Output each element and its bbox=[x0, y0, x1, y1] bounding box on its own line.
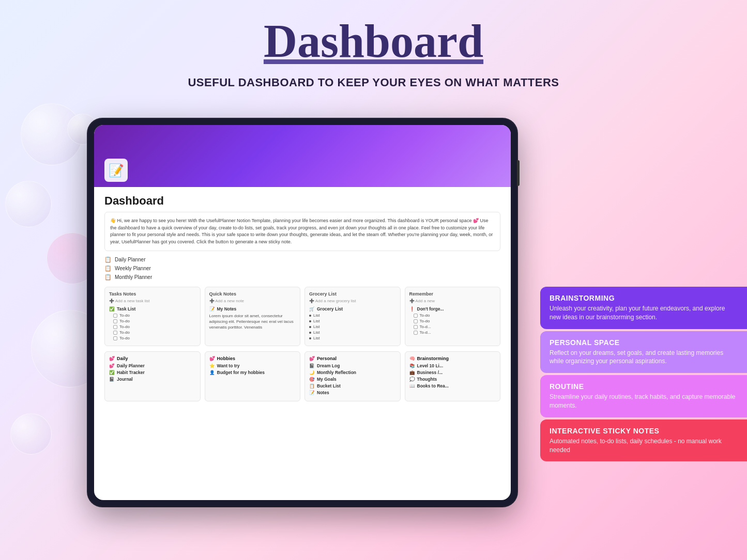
todo-item-5[interactable]: To-do bbox=[113, 336, 196, 340]
daily-planner-item[interactable]: 💕Daily Planner bbox=[109, 363, 196, 368]
notes-item[interactable]: 📝Notes bbox=[309, 390, 396, 395]
grid-row-1: Tasks Notes ➕ Add a new task list ✅ Task… bbox=[104, 287, 500, 346]
quick-notes-header: Quick Notes bbox=[209, 291, 296, 297]
journal-item[interactable]: 📓Journal bbox=[109, 377, 196, 382]
grocery-icon: 🛒 bbox=[309, 306, 315, 312]
tasks-notes-label: Tasks Notes bbox=[109, 291, 136, 297]
todo-item-2[interactable]: To-do bbox=[113, 319, 196, 323]
grocery-add-new[interactable]: ➕ Add a new grocery list bbox=[309, 299, 396, 303]
habit-tracker-item[interactable]: ✅Habit Tracker bbox=[109, 370, 196, 375]
my-notes-icon: 📝 bbox=[209, 306, 215, 312]
planner-link-daily[interactable]: 📋 Daily Planner bbox=[104, 256, 500, 263]
dont-forget-item[interactable]: ❗ Don't forge... bbox=[409, 306, 496, 312]
grocery-label: Grocery List bbox=[317, 306, 343, 312]
brainstorming-card-title: 🧠 Brainstorming bbox=[409, 356, 496, 361]
bullet-4 bbox=[309, 332, 311, 334]
personal-card-label: Personal bbox=[317, 356, 337, 361]
brainstorming-card-label: Brainstorming bbox=[417, 356, 449, 361]
dream-log-item[interactable]: 📓Dream Log bbox=[309, 363, 396, 368]
my-thoughts-item[interactable]: 💭Thoughts bbox=[409, 377, 496, 382]
checkbox-4 bbox=[113, 331, 117, 335]
bullet-3 bbox=[309, 326, 311, 328]
task-list-label: Task List bbox=[117, 306, 135, 312]
my-goals-item[interactable]: 🎯My Goals bbox=[309, 377, 396, 382]
checkbox-5 bbox=[113, 336, 117, 340]
tablet-content: Dashboard 👋 Hi, we are happy to see you … bbox=[94, 187, 511, 500]
personal-panel-desc: Reflect on your dreams, set goals, and c… bbox=[550, 349, 738, 366]
grocery-item-main[interactable]: 🛒 Grocery List bbox=[309, 306, 396, 312]
rem-checkbox-1 bbox=[414, 314, 418, 318]
page-header: Dashboard USEFUL DASHBOARD TO KEEP YOUR … bbox=[0, 0, 747, 89]
page-subtitle: USEFUL DASHBOARD TO KEEP YOUR EYES ON WH… bbox=[0, 76, 747, 89]
grocery-sub-1: List bbox=[309, 313, 396, 318]
checkbox-2 bbox=[113, 319, 117, 323]
brainstorming-panel: BRAINSTORMING Unleash your creativity, p… bbox=[540, 287, 747, 329]
bullet-5 bbox=[309, 337, 311, 339]
tablet-side-button bbox=[517, 160, 520, 186]
grocery-sub-4: List bbox=[309, 330, 396, 335]
tablet-header-bar: 📝 bbox=[94, 125, 511, 187]
remember-header: Remember bbox=[409, 291, 496, 297]
tablet-screen: 📝 Dashboard 👋 Hi, we are happy to see yo… bbox=[94, 125, 511, 500]
alert-icon: ❗ bbox=[409, 306, 415, 312]
todo-item-3[interactable]: To-do bbox=[113, 324, 196, 329]
checkbox-3 bbox=[113, 325, 117, 329]
todo-item-4[interactable]: To-do bbox=[113, 330, 196, 335]
grocery-list-header: Grocery List bbox=[309, 291, 396, 297]
planner-link-monthly[interactable]: 📋 Monthly Planner bbox=[104, 274, 500, 281]
task-list-item[interactable]: ✅ Task List bbox=[109, 306, 196, 312]
dashboard-title: Dashboard bbox=[104, 194, 500, 208]
interactive-panel-desc: Automated notes, to-do lists, daily sche… bbox=[550, 437, 738, 455]
brainstorming-panel-title: BRAINSTORMING bbox=[550, 294, 738, 302]
routine-panel-title: ROUTINE bbox=[550, 382, 738, 391]
hobbies-card-label: Hobbies bbox=[217, 356, 236, 361]
rem-todo-1[interactable]: To-do bbox=[414, 313, 496, 318]
rem-todo-4[interactable]: To-d... bbox=[414, 330, 496, 335]
quick-notes-add-new[interactable]: ➕ Add a new note bbox=[209, 299, 296, 303]
interactive-panel: INTERACTIVE STICKY NOTES Automated notes… bbox=[540, 419, 747, 462]
rem-todo-2[interactable]: To-do bbox=[414, 319, 496, 323]
monthly-planner-label: Monthly Planner bbox=[115, 274, 152, 280]
decorative-bubble-2 bbox=[5, 181, 52, 227]
daily-card-title: 💕 Daily bbox=[109, 356, 196, 361]
interactive-panel-title: INTERACTIVE STICKY NOTES bbox=[550, 427, 738, 435]
remember-add-new[interactable]: ➕ Add a new bbox=[409, 299, 496, 303]
planner-link-weekly[interactable]: 📋 Weekly Planner bbox=[104, 265, 500, 272]
bucket-list-item[interactable]: 📋Bucket List bbox=[309, 383, 396, 388]
level10-item[interactable]: 📚Level 10 Li... bbox=[409, 363, 496, 368]
want-to-try-item[interactable]: ⭐Want to try bbox=[209, 363, 296, 368]
personal-card-emoji: 💕 bbox=[309, 356, 315, 361]
daily-card-emoji: 💕 bbox=[109, 356, 115, 361]
dashboard-description: 👋 Hi, we are happy to see you here! With… bbox=[104, 212, 500, 251]
daily-card-label: Daily bbox=[117, 356, 128, 361]
remember-card: Remember ➕ Add a new ❗ Don't forge... To… bbox=[405, 287, 501, 346]
personal-card: 💕 Personal 📓Dream Log 🌙Monthly Reflectio… bbox=[304, 351, 401, 401]
my-notes-item[interactable]: 📝 My Notes bbox=[209, 306, 296, 312]
books-to-read-item[interactable]: 📖Books to Rea... bbox=[409, 383, 496, 388]
remember-label: Remember bbox=[409, 291, 434, 297]
quick-notes-card: Quick Notes ➕ Add a new note 📝 My Notes … bbox=[205, 287, 301, 346]
rem-checkbox-4 bbox=[414, 331, 418, 335]
personal-space-panel: PERSONAL SPACE Reflect on your dreams, s… bbox=[540, 331, 747, 374]
page-title: Dashboard bbox=[0, 15, 747, 67]
brainstorming-panel-desc: Unleash your creativity, plan your futur… bbox=[550, 304, 738, 322]
task-list-icon: ✅ bbox=[109, 306, 115, 312]
rem-checkbox-2 bbox=[414, 319, 418, 323]
hobbies-budget-item[interactable]: 👤Budget for my hobbies bbox=[209, 370, 296, 375]
daily-card: 💕 Daily 💕Daily Planner ✅Habit Tracker 📓J… bbox=[104, 351, 201, 401]
weekly-planner-icon: 📋 bbox=[104, 265, 112, 272]
brainstorming-card: 🧠 Brainstorming 📚Level 10 Li... 💼Busines… bbox=[405, 351, 501, 401]
weekly-planner-label: Weekly Planner bbox=[115, 266, 151, 271]
bullet-2 bbox=[309, 320, 311, 322]
tasks-notes-header: Tasks Notes bbox=[109, 291, 196, 297]
tasks-add-new[interactable]: ➕ Add a new task list bbox=[109, 299, 196, 303]
monthly-reflection-item[interactable]: 🌙Monthly Reflection bbox=[309, 370, 396, 375]
thoughts-label: Thoughts bbox=[417, 377, 437, 382]
tasks-notes-card: Tasks Notes ➕ Add a new task list ✅ Task… bbox=[104, 287, 201, 346]
checkbox-1 bbox=[113, 314, 117, 318]
rem-todo-3[interactable]: To-d... bbox=[414, 324, 496, 329]
business-item[interactable]: 💼Business /... bbox=[409, 370, 496, 375]
todo-item-1[interactable]: To-do bbox=[113, 313, 196, 318]
decorative-bubble-4 bbox=[10, 413, 52, 455]
right-panels: BRAINSTORMING Unleash your creativity, p… bbox=[540, 287, 747, 461]
